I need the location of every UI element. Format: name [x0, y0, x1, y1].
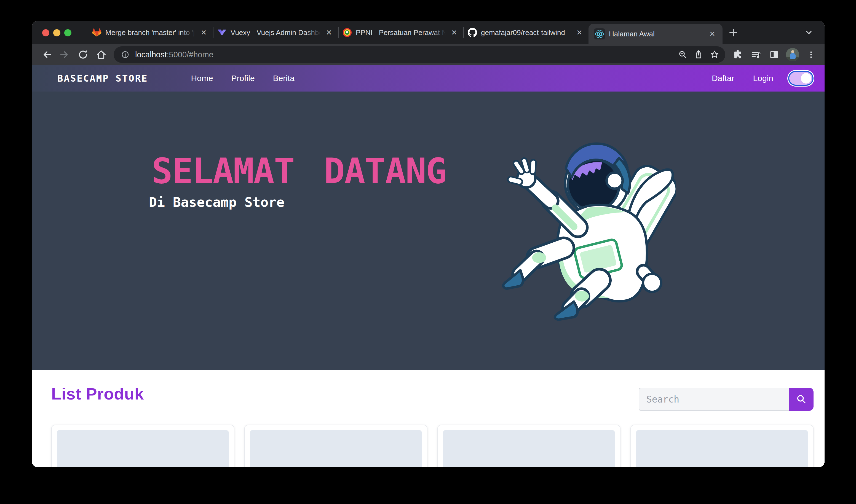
gitlab-icon — [92, 28, 102, 37]
tab-title: PPNI - Persatuan Perawat Nasio — [356, 29, 446, 37]
web-page: BASECAMP STORE Home Profile Berita Dafta… — [32, 65, 824, 467]
toggle-knob — [801, 73, 811, 84]
bookmark-star-icon[interactable] — [707, 47, 723, 62]
tab-title: Halaman Awal — [609, 30, 704, 38]
tab-close-icon[interactable]: ✕ — [449, 28, 459, 37]
side-panel-icon[interactable] — [766, 46, 783, 63]
nav-link-berita[interactable]: Berita — [273, 74, 295, 83]
product-card[interactable] — [630, 425, 814, 467]
window-close-button[interactable] — [42, 29, 49, 36]
search-input[interactable] — [639, 388, 789, 411]
back-button[interactable] — [38, 46, 55, 63]
products-section: List Produk — [32, 370, 824, 467]
browser-menu-dots-icon[interactable] — [802, 46, 820, 63]
tab-title: gemafajar09/react-tailwind — [481, 29, 571, 37]
hero-title: SELAMAT DATANG — [152, 152, 446, 191]
product-card[interactable] — [51, 425, 234, 467]
extensions-puzzle-icon[interactable] — [729, 46, 746, 63]
product-card[interactable] — [438, 425, 621, 467]
hero-section: SELAMAT DATANG Di Basecamp Store — [32, 92, 824, 370]
window-zoom-button[interactable] — [64, 29, 71, 36]
home-button[interactable] — [93, 46, 110, 63]
tab-close-icon[interactable]: ✕ — [324, 28, 334, 37]
product-card[interactable] — [244, 425, 427, 467]
address-bar[interactable]: localhost:5000/#home — [113, 46, 725, 63]
url-text[interactable]: localhost:5000/#home — [135, 50, 675, 59]
avatar-person — [791, 50, 794, 53]
tab-strip: Merge branch 'master' into 'jiha ✕ Vuexy… — [32, 21, 824, 44]
tab-search-chevron-icon[interactable] — [799, 21, 819, 44]
url-host: localhost — [135, 50, 166, 59]
search-bar — [639, 388, 814, 411]
playlist-music-icon[interactable] — [747, 46, 764, 63]
traffic-lights — [42, 29, 71, 36]
reload-button[interactable] — [74, 46, 92, 63]
product-card-list — [51, 425, 814, 467]
site-navbar: BASECAMP STORE Home Profile Berita Dafta… — [32, 65, 824, 92]
nav-actions: Daftar Login — [712, 74, 773, 83]
window-minimize-button[interactable] — [53, 29, 60, 36]
theme-toggle-switch[interactable] — [789, 72, 813, 85]
product-image-placeholder — [443, 430, 615, 467]
share-icon[interactable] — [691, 47, 707, 62]
product-image-placeholder — [636, 430, 808, 467]
nav-link-daftar[interactable]: Daftar — [712, 74, 734, 83]
hero-text-block: SELAMAT DATANG Di Basecamp Store — [152, 152, 446, 210]
brand-logo[interactable]: BASECAMP STORE — [57, 73, 148, 84]
tab-close-icon[interactable]: ✕ — [708, 29, 717, 39]
hero-subtitle: Di Basecamp Store — [149, 194, 446, 210]
tab-github[interactable]: gemafajar09/react-tailwind ✕ — [464, 21, 588, 44]
new-tab-button[interactable] — [723, 21, 744, 44]
vuexy-icon — [217, 28, 227, 37]
tab-ppni[interactable]: PPNI - Persatuan Perawat Nasio ✕ — [339, 21, 463, 44]
search-icon — [795, 393, 807, 405]
zoom-out-icon[interactable] — [675, 47, 691, 62]
url-path: :5000/#home — [166, 50, 213, 59]
nav-link-profile[interactable]: Profile — [231, 74, 255, 83]
product-image-placeholder — [57, 430, 229, 467]
tab-vuexy[interactable]: Vuexy - Vuejs Admin Dashboard ✕ — [213, 21, 338, 44]
github-icon — [468, 28, 477, 37]
profile-avatar[interactable] — [786, 48, 799, 61]
tab-title: Merge branch 'master' into 'jiha — [105, 29, 195, 37]
tab-gitlab-merge[interactable]: Merge branch 'master' into 'jiha ✕ — [88, 21, 213, 44]
search-button[interactable] — [789, 388, 814, 411]
products-heading: List Produk — [51, 384, 144, 403]
nav-links: Home Profile Berita — [191, 74, 295, 83]
forward-button[interactable] — [56, 46, 73, 63]
nav-link-login[interactable]: Login — [753, 74, 773, 83]
product-image-placeholder — [250, 430, 422, 467]
site-info-icon[interactable] — [120, 49, 131, 60]
browser-toolbar: localhost:5000/#home — [32, 44, 824, 65]
astronaut-illustration — [494, 130, 676, 323]
tab-halaman-awal-active[interactable]: Halaman Awal ✕ — [588, 24, 723, 44]
ppni-icon — [342, 28, 352, 37]
tab-close-icon[interactable]: ✕ — [199, 28, 209, 37]
tab-close-icon[interactable]: ✕ — [575, 28, 584, 37]
browser-window: Merge branch 'master' into 'jiha ✕ Vuexy… — [32, 21, 824, 467]
tab-title: Vuexy - Vuejs Admin Dashboard — [231, 29, 320, 37]
react-icon — [594, 29, 605, 39]
avatar-shirt — [790, 53, 796, 59]
nav-link-home[interactable]: Home — [191, 74, 213, 83]
tab-list: Merge branch 'master' into 'jiha ✕ Vuexy… — [88, 21, 824, 44]
